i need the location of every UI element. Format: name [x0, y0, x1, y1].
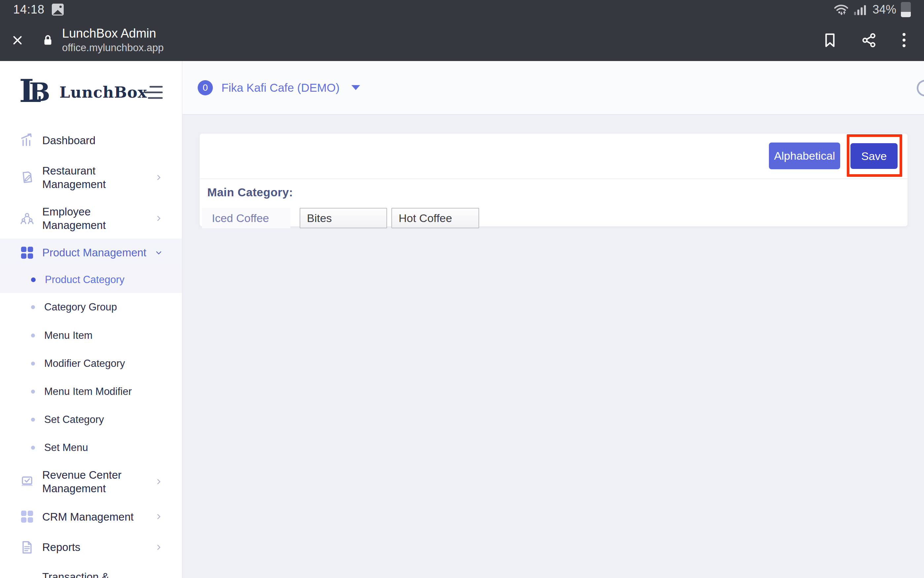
people-icon [19, 211, 35, 226]
sidebar-item-employee-management[interactable]: Employee Management [0, 198, 182, 239]
sidebar-item-transaction[interactable]: Transaction & [0, 563, 182, 578]
bullet-icon [31, 334, 35, 338]
page-header: 0 Fika Kafi Cafe (DEMO) [182, 61, 924, 115]
status-time: 14:18 [13, 3, 45, 16]
bullet-icon [31, 390, 35, 394]
sidebar-item-reports[interactable]: Reports [0, 531, 182, 563]
chevron-right-icon [154, 477, 163, 486]
chevron-down-icon [154, 248, 163, 257]
wifi-icon [833, 3, 849, 16]
category-sort-list: Iced Coffee Bites Hot Coffee [207, 208, 908, 228]
grid-icon [19, 509, 35, 524]
restaurant-name: Fika Kafi Cafe (DEMO) [221, 81, 339, 94]
sidebar-item-set-menu[interactable]: Set Menu [0, 434, 182, 461]
bullet-icon [31, 278, 36, 282]
document-icon [19, 539, 35, 555]
screenshot-notification-icon [52, 3, 64, 16]
chevron-right-icon [154, 512, 163, 521]
chevron-right-icon [154, 543, 163, 552]
search-icon[interactable] [917, 80, 924, 96]
category-chip-iced-coffee[interactable]: Iced Coffee [202, 208, 291, 228]
bullet-icon [31, 362, 35, 365]
sidebar-item-menu-item[interactable]: Menu Item [0, 321, 182, 349]
main-content: 0 Fika Kafi Cafe (DEMO) Alphabetical Sav… [182, 61, 924, 578]
sidebar-item-modifier-category[interactable]: Modifier Category [0, 349, 182, 377]
bullet-icon [31, 418, 35, 422]
browser-page-title: LunchBox Admin [62, 26, 164, 41]
sidebar-item-restaurant-management[interactable]: Restaurant Management [0, 157, 182, 198]
battery-percent-label: 34% [872, 3, 896, 16]
sidebar-item-set-category[interactable]: Set Category [0, 406, 182, 434]
chevron-right-icon [154, 173, 163, 182]
bar-chart-icon [19, 132, 35, 148]
caret-down-icon [351, 85, 360, 90]
sidebar-item-product-category[interactable]: Product Category [0, 266, 182, 293]
alphabetical-button[interactable]: Alphabetical [769, 143, 840, 169]
bookmark-icon[interactable] [823, 32, 836, 48]
lock-icon[interactable] [43, 34, 53, 46]
restaurant-badge: 0 [198, 80, 213, 95]
page-title-block[interactable]: LunchBox Admin office.mylunchbox.app [62, 26, 164, 54]
sidebar-item-revenue-center-management[interactable]: Revenue Center Management [0, 461, 182, 502]
share-icon[interactable] [862, 32, 876, 48]
sidebar-collapse-icon[interactable] [144, 84, 163, 101]
sidebar-item-category-group[interactable]: Category Group [0, 293, 182, 321]
bullet-icon [31, 305, 35, 309]
lunchbox-logo-icon: LB [19, 76, 52, 109]
category-chip-bites[interactable]: Bites [300, 208, 387, 228]
grid-icon [19, 245, 35, 261]
card-toolbar: Alphabetical Save [200, 134, 908, 179]
lunchbox-logo-text: LunchBox [59, 83, 147, 101]
sidebar-item-dashboard[interactable]: Dashboard [0, 124, 182, 157]
sidebar: LB LunchBox Dashboard [0, 61, 182, 578]
battery-icon [901, 2, 911, 17]
android-status-bar: 14:18 34% [0, 0, 924, 19]
chevron-right-icon [154, 214, 163, 223]
sidebar-item-menu-item-modifier[interactable]: Menu Item Modifier [0, 377, 182, 406]
category-sort-card: Alphabetical Save Main Category: Iced Co… [200, 134, 908, 226]
bullet-icon [31, 446, 35, 450]
save-button[interactable]: Save [851, 143, 898, 169]
main-category-heading: Main Category: [207, 186, 908, 199]
edit-document-icon [19, 170, 35, 185]
restaurant-selector[interactable]: 0 Fika Kafi Cafe (DEMO) [198, 80, 360, 95]
browser-custom-tab-bar: LunchBox Admin office.mylunchbox.app [0, 19, 924, 61]
cell-signal-icon [853, 3, 868, 16]
sidebar-item-product-management[interactable]: Product Management [0, 239, 182, 266]
sidebar-item-crm-management[interactable]: CRM Management [0, 502, 182, 531]
laptop-check-icon [19, 474, 35, 490]
close-icon[interactable] [13, 35, 23, 45]
blank-icon [19, 569, 35, 578]
browser-page-url: office.mylunchbox.app [62, 42, 164, 54]
category-chip-hot-coffee[interactable]: Hot Coffee [391, 208, 479, 228]
overflow-menu-icon[interactable] [901, 32, 907, 49]
